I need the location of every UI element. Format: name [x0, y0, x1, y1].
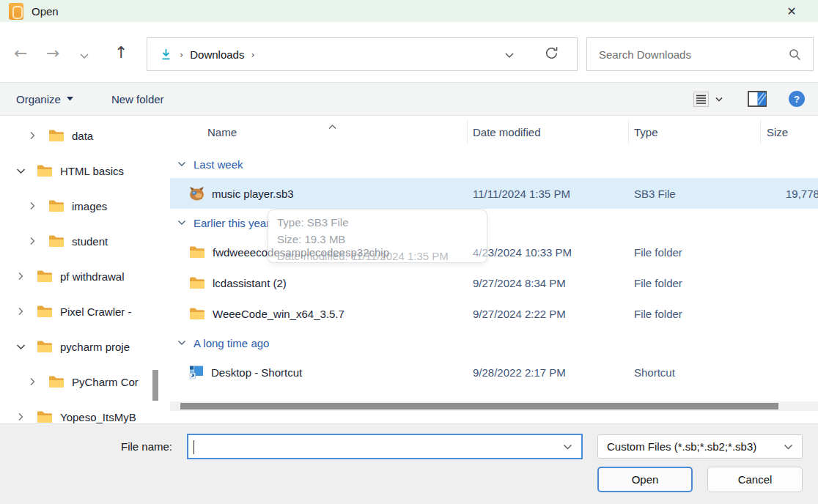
- breadcrumb-location[interactable]: Downloads: [190, 48, 244, 61]
- file-date: 9/27/2024 2:22 PM: [473, 308, 566, 320]
- sidebar-item[interactable]: pf withdrawal: [0, 259, 163, 294]
- file-date: 9/28/2022 2:17 PM: [473, 366, 566, 379]
- up-icon[interactable]: ↑: [114, 45, 128, 61]
- chevron-down-icon: [177, 220, 186, 226]
- file-type-select[interactable]: Custom Files (*.sb;*.sb2;*.sb3): [597, 434, 803, 459]
- help-icon[interactable]: ?: [789, 91, 805, 107]
- open-button[interactable]: Open: [597, 467, 693, 492]
- chevron-down-icon[interactable]: [16, 168, 26, 174]
- address-dropdown-chevron-icon[interactable]: [504, 48, 515, 61]
- shortcut-icon: [189, 365, 204, 379]
- file-row[interactable]: lcdassistant (2)9/27/2024 8:34 PMFile fo…: [170, 267, 818, 298]
- file-name-input[interactable]: [188, 435, 563, 458]
- search-input[interactable]: [587, 48, 789, 61]
- close-icon[interactable]: ✕: [778, 0, 805, 22]
- column-header-type[interactable]: Type: [634, 126, 658, 138]
- file-type: SB3 File: [634, 188, 676, 200]
- column-header-size[interactable]: Size: [767, 126, 788, 138]
- file-list: Last weekmusic player.sb311/11/2024 1:35…: [170, 150, 818, 388]
- tooltip-size-line: Size: 19.3 MB: [277, 231, 478, 248]
- search-icon: [789, 48, 801, 61]
- breadcrumb-chevron-icon[interactable]: ›: [251, 49, 254, 60]
- file-name-combobox: [187, 434, 583, 459]
- sidebar-item[interactable]: student: [0, 223, 163, 259]
- file-row[interactable]: WeeeCode_win_x64_3.5.79/27/2024 2:22 PMF…: [170, 298, 818, 329]
- column-header-name[interactable]: Name: [207, 126, 237, 138]
- chevron-right-icon[interactable]: [28, 131, 38, 140]
- group-header[interactable]: A long time ago: [170, 329, 818, 357]
- file-row[interactable]: Desktop - Shortcut9/28/2022 2:17 PMShort…: [170, 357, 818, 388]
- file-row[interactable]: music player.sb311/11/2024 1:35 PMSB3 Fi…: [170, 178, 818, 209]
- folder-icon: [48, 234, 65, 248]
- sidebar-item[interactable]: HTML basics: [0, 153, 163, 188]
- new-folder-button[interactable]: New folder: [111, 93, 164, 105]
- organize-label: Organize: [16, 93, 61, 105]
- group-header[interactable]: Last week: [170, 150, 818, 178]
- cancel-button-label: Cancel: [738, 473, 773, 486]
- chevron-right-icon[interactable]: [28, 377, 38, 386]
- group-label: Last week: [194, 158, 243, 171]
- sidebar-item[interactable]: pycharm proje: [0, 329, 163, 364]
- column-header-date-modified[interactable]: Date modified: [473, 126, 541, 138]
- folder-icon: [189, 276, 205, 289]
- recent-locations-chevron-icon[interactable]: [79, 51, 89, 62]
- chevron-down-icon[interactable]: [563, 444, 572, 450]
- back-icon[interactable]: ←: [14, 45, 27, 62]
- command-toolbar: Organize New folder ?: [0, 82, 818, 116]
- sidebar-item-label: pycharm proje: [60, 341, 130, 353]
- sidebar-item-label: PyCharm Cor: [72, 376, 139, 388]
- sidebar-item[interactable]: Pixel Crawler -: [0, 294, 163, 329]
- file-name: lcdassistant (2): [213, 277, 287, 289]
- refresh-icon[interactable]: [544, 45, 559, 63]
- chevron-down-icon[interactable]: [16, 344, 26, 350]
- chevron-right-icon[interactable]: [16, 272, 26, 281]
- horizontal-scrollbar-thumb[interactable]: [180, 403, 778, 410]
- views-split-button[interactable]: [693, 92, 723, 107]
- file-type: File folder: [634, 308, 682, 320]
- forward-icon[interactable]: →: [46, 45, 59, 62]
- caret-down-icon: [67, 97, 73, 101]
- sidebar-item-label: pf withdrawal: [60, 270, 125, 283]
- sidebar-item[interactable]: data: [0, 118, 163, 153]
- group-label: Earlier this year: [194, 217, 270, 229]
- chevron-right-icon[interactable]: [16, 412, 26, 421]
- chevron-down-icon: [715, 97, 723, 102]
- sidebar-item-label: data: [72, 130, 93, 142]
- file-name: music player.sb3: [212, 188, 294, 200]
- chevron-right-icon[interactable]: [28, 201, 38, 210]
- cancel-button[interactable]: Cancel: [707, 467, 803, 492]
- chevron-right-icon[interactable]: [28, 237, 38, 245]
- address-bar[interactable]: › Downloads ›: [147, 37, 578, 71]
- preview-pane-icon[interactable]: [748, 91, 767, 107]
- sidebar-item[interactable]: Yopeso_ItsMyB: [0, 399, 163, 423]
- sidebar-item-label: student: [72, 235, 108, 248]
- sidebar-item[interactable]: PyCharm Cor: [0, 364, 163, 399]
- horizontal-scrollbar[interactable]: [170, 401, 818, 411]
- folder-icon: [37, 164, 53, 177]
- folder-icon: [37, 410, 53, 423]
- sidebar-scrollbar-thumb[interactable]: [152, 370, 158, 401]
- app-icon: [9, 3, 23, 20]
- tooltip-date-line: Date modified: 11/11/2024 1:35 PM: [277, 248, 478, 263]
- file-info-tooltip: Type: SB3 File Size: 19.3 MB Date modifi…: [268, 210, 487, 263]
- column-divider[interactable]: [760, 119, 761, 144]
- file-name-label: File name:: [121, 440, 172, 453]
- column-divider[interactable]: [467, 119, 468, 144]
- sidebar-item[interactable]: images: [0, 188, 163, 223]
- file-type: File folder: [634, 277, 682, 289]
- folder-icon: [189, 307, 205, 320]
- new-folder-label: New folder: [111, 93, 164, 105]
- file-size: 19,778: [786, 188, 818, 200]
- column-divider[interactable]: [628, 119, 629, 144]
- chevron-down-icon: [177, 340, 186, 346]
- sidebar-item-label: Pixel Crawler -: [60, 305, 132, 318]
- organize-button[interactable]: Organize: [16, 93, 73, 105]
- chevron-right-icon[interactable]: [16, 307, 26, 316]
- file-date: 4/23/2024 10:33 PM: [473, 246, 572, 259]
- folder-tree: dataHTML basicsimagesstudentpf withdrawa…: [0, 118, 163, 423]
- window-title: Open: [32, 5, 59, 18]
- breadcrumb-chevron-icon[interactable]: ›: [180, 49, 183, 60]
- file-name: WeeeCode_win_x64_3.5.7: [213, 308, 344, 320]
- group-label: A long time ago: [194, 337, 269, 349]
- file-date: 9/27/2024 8:34 PM: [473, 277, 566, 289]
